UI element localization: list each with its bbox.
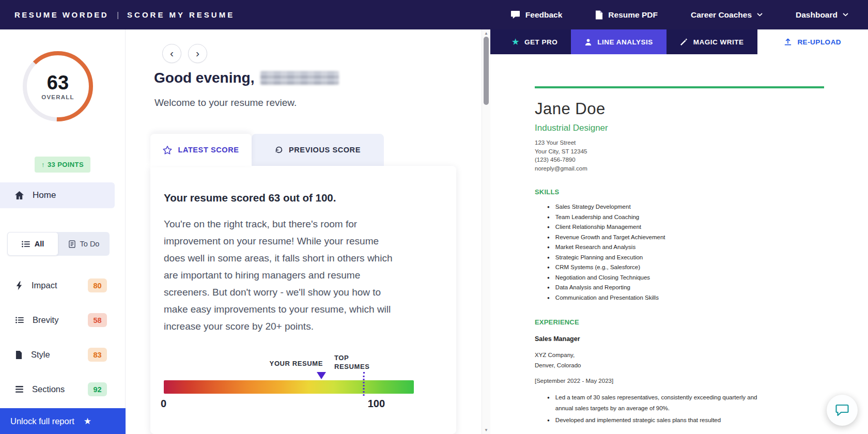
bullet-icon: ● (547, 415, 550, 426)
skill-item: ●CRM Systems (e.g., Salesforce) (535, 262, 868, 273)
welcome-text: Welcome to your resume review. (154, 97, 297, 109)
scrollbar-down-icon[interactable]: ▼ (482, 428, 490, 432)
skill-item: ●Communication and Presentation Skills (535, 293, 868, 303)
chat-icon (510, 10, 520, 19)
brand-name[interactable]: RESUME WORDED (14, 10, 109, 19)
category-label: Brevity (33, 315, 58, 325)
chevron-down-icon (757, 13, 763, 17)
chat-launcher-button[interactable] (827, 395, 858, 426)
nav-career-coaches[interactable]: Career Coaches (691, 10, 763, 20)
experience-bullets: ●Led a team of 30 sales representatives,… (535, 392, 868, 426)
skill-item: ●Team Leadership and Coaching (535, 212, 868, 223)
bullet-icon: ● (547, 253, 550, 263)
resume-toolbar: ★ GET PRO LINE ANALYSIS MAGIC WRITE RE-U… (490, 29, 868, 54)
chevron-down-icon (843, 13, 848, 17)
contact-line: Your City, ST 12345 (535, 147, 868, 156)
resume-name: Jane Doe (535, 100, 868, 118)
skill-item: ●Revenue Growth and Target Achievement (535, 233, 868, 243)
score-heading: Your resume scored 63 out of 100. (164, 192, 436, 204)
bullet-icon: ● (547, 392, 550, 414)
greeting: Good evening, (154, 70, 339, 86)
tab-previous-score[interactable]: PREVIOUS SCORE (252, 134, 384, 166)
get-pro-button[interactable]: ★ GET PRO (490, 29, 571, 54)
pdf-icon (595, 10, 603, 20)
brand: RESUME WORDED | SCORE MY RESUME (0, 10, 235, 19)
job-title: Sales Manager (535, 335, 868, 343)
nav-dashboard-label: Dashboard (796, 10, 838, 20)
category-list: Impact 80 Brevity 58 Style 83 Sections 9… (0, 268, 126, 407)
tab-latest-score[interactable]: LATEST SCORE (150, 134, 252, 166)
magic-write-label: MAGIC WRITE (693, 38, 744, 46)
up-arrow-icon: ↑ (41, 161, 45, 168)
tab-previous-score-label: PREVIOUS SCORE (289, 146, 361, 154)
bullet-icon: ● (547, 273, 550, 283)
company-name: XYZ Company, (535, 350, 868, 360)
score-badge: 58 (88, 313, 107, 327)
category-label: Style (31, 350, 50, 360)
sidebar-home-label: Home (33, 190, 56, 200)
next-button[interactable]: › (188, 44, 207, 63)
marker-triangle-icon (317, 372, 326, 379)
tab-line-analysis[interactable]: LINE ANALYSIS (571, 29, 667, 54)
get-pro-label: GET PRO (524, 38, 557, 46)
top-resumes-dotted-line (363, 372, 365, 396)
unlock-full-report-button[interactable]: Unlock full report ★ (0, 408, 126, 434)
chat-bubble-icon (835, 404, 849, 417)
skills-heading: SKILLS (535, 188, 868, 196)
nav-resume-pdf-label: Resume PDF (608, 10, 658, 20)
top-resumes-label: TOP RESUMES (334, 353, 380, 371)
sidebar-item-impact[interactable]: Impact 80 (0, 268, 126, 303)
navbar-menu: Feedback Resume PDF Career Coaches Dashb… (510, 10, 868, 20)
unlock-label: Unlock full report (10, 416, 74, 426)
skill-item: ●Negotiation and Closing Techniques (535, 273, 868, 283)
tab-todo[interactable]: To Do (58, 232, 110, 256)
your-resume-label: YOUR RESUME (164, 360, 323, 367)
scrollbar-thumb[interactable] (484, 37, 489, 105)
sidebar-item-style[interactable]: Style 83 (0, 337, 126, 372)
brand-divider: | (117, 10, 119, 19)
contact-line: 123 Your Street (535, 138, 868, 147)
nav-feedback-label: Feedback (525, 10, 563, 20)
bullet-icon: ● (547, 202, 550, 212)
skill-item: ●Data Analysis and Reporting (535, 283, 868, 293)
scrollbar[interactable]: ▲ ▼ (482, 29, 490, 434)
wand-icon (680, 38, 688, 46)
tab-all-label: All (35, 240, 44, 248)
prev-button[interactable]: ‹ (162, 44, 181, 63)
score-card: Your resume scored 63 out of 100. You're… (150, 166, 456, 434)
scrollbar-up-icon[interactable]: ▲ (482, 31, 490, 36)
nav-feedback[interactable]: Feedback (510, 10, 563, 20)
upload-icon (784, 38, 792, 46)
score-tabs: LATEST SCORE PREVIOUS SCORE (150, 134, 384, 166)
greeting-text: Good evening, (154, 70, 254, 86)
nav-resume-pdf[interactable]: Resume PDF (595, 10, 658, 20)
nav-dashboard[interactable]: Dashboard (796, 10, 848, 20)
skill-item: ●Client Relationship Management (535, 222, 868, 233)
score-description: You're on the right track, but there's r… (164, 215, 400, 335)
star-outline-icon (163, 146, 172, 154)
sidebar-item-home[interactable]: Home (0, 182, 115, 208)
points-gained-badge: ↑ 33 POINTS (35, 157, 90, 173)
sidebar-item-sections[interactable]: Sections 92 (0, 372, 126, 407)
bullet-icon: ● (547, 212, 550, 223)
tab-all[interactable]: All (7, 232, 58, 256)
company-location: Denver, Colorado (535, 360, 868, 370)
score-readout: 63 OVERALL (19, 47, 97, 126)
star-icon: ★ (512, 37, 519, 47)
tab-magic-write[interactable]: MAGIC WRITE (667, 29, 757, 54)
bullet-icon: ● (547, 262, 550, 273)
bullet-icon: ● (547, 283, 550, 293)
resume-preview-panel: ★ GET PRO LINE ANALYSIS MAGIC WRITE RE-U… (490, 29, 868, 434)
bullet-icon: ● (547, 293, 550, 303)
re-upload-button[interactable]: RE-UPLOAD (757, 29, 868, 54)
experience-bullet: ●Led a team of 30 sales representatives,… (535, 392, 766, 414)
score-gradient-bar (164, 380, 414, 394)
sidebar: 63 OVERALL ↑ 33 POINTS Home All To Do Im… (0, 29, 126, 434)
line-analysis-label: LINE ANALYSIS (597, 38, 653, 46)
scale-max-label: 100 (368, 398, 385, 410)
document-icon (16, 351, 22, 359)
sidebar-item-brevity[interactable]: Brevity 58 (0, 303, 126, 337)
resume-document: Jane Doe Industrial Designer 123 Your St… (490, 54, 868, 426)
clipboard-icon (69, 240, 75, 248)
bullet-icon: ● (547, 242, 550, 253)
